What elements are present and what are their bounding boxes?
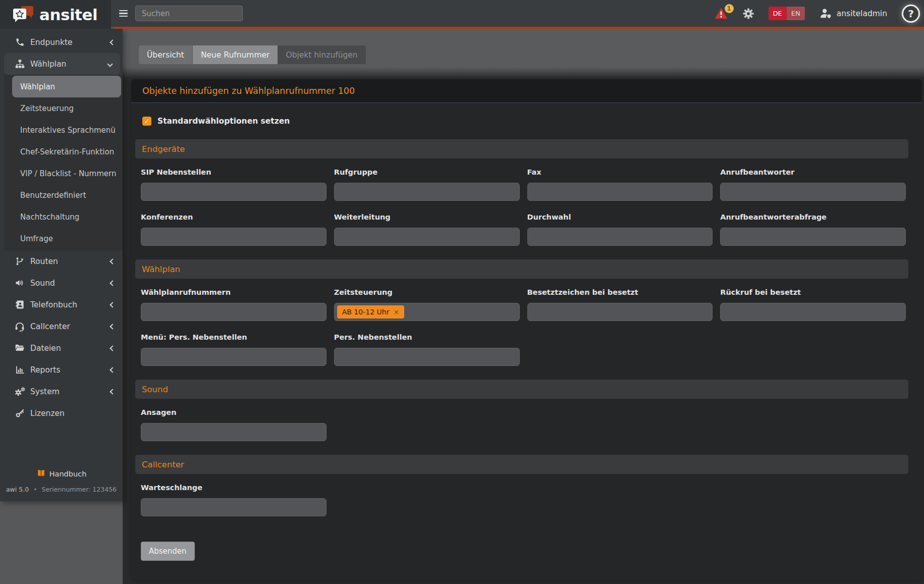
form-card: Objekte hinzufügen zu Wählplanrufnummer … — [131, 79, 922, 580]
sidebar-item-sound[interactable]: Sound — [0, 272, 123, 294]
sip-nebenstellen-input[interactable] — [141, 183, 327, 201]
field-ansagen: Ansagen — [141, 408, 327, 441]
alert-count-badge: 1 — [725, 4, 734, 13]
lang-de-button[interactable]: DE — [769, 7, 787, 20]
tab-objekt-hinzufuegen[interactable]: Objekt hinzufügen — [278, 45, 365, 64]
callcenter-fields: Warteschlange — [141, 484, 906, 516]
zeitsteuerung-input[interactable]: AB 10-12 Uhr × — [334, 303, 520, 321]
lang-en-button[interactable]: EN — [787, 7, 805, 20]
book-icon — [36, 469, 46, 478]
section-header-waehlplan: Wählplan — [135, 259, 908, 279]
code-branch-icon — [14, 256, 26, 266]
username-label: ansiteladmin — [837, 9, 887, 18]
checkbox-checked-icon[interactable]: ✓ — [142, 117, 151, 126]
headset-icon — [14, 322, 26, 332]
submenu-item-zeitsteuerung[interactable]: Zeitsteuerung — [4, 97, 123, 119]
alerts-button[interactable]: 1 — [715, 8, 728, 20]
field-warteschlange: Warteschlange — [141, 484, 327, 516]
field-waehlplanrufnummern: Wählplanrufnummern — [141, 288, 327, 321]
user-menu[interactable]: ansiteladmin — [820, 8, 887, 19]
submenu-item-waehlplan[interactable]: Wählplan — [12, 76, 121, 97]
main-content: Übersicht Neue Rufnummer Objekt hinzufüg… — [123, 29, 924, 584]
sitemap-icon — [14, 59, 26, 69]
konferenzen-input[interactable] — [141, 228, 327, 246]
field-besetztzeichen-bei-besetzt: Besetztzeichen bei besetzt — [527, 288, 713, 321]
sidebar-submenu-waehlplan: Wählplan Zeitsteuerung Interaktives Spra… — [4, 75, 123, 250]
field-weiterleitung: Weiterleitung — [334, 213, 520, 246]
field-durchwahl: Durchwahl — [527, 213, 713, 246]
version-info: awi 5.0 • Seriennummer: 123456 — [0, 486, 123, 493]
field-menue-pers-nebenstellen: Menü: Pers. Nebenstellen — [141, 333, 327, 366]
remove-tag-icon[interactable]: × — [393, 308, 399, 316]
gear-icon[interactable] — [743, 8, 754, 19]
sidebar-item-routen[interactable]: Routen — [0, 250, 123, 272]
submenu-item-nachtschaltung[interactable]: Nachtschaltung — [4, 206, 123, 228]
folder-open-icon — [14, 343, 26, 353]
submenu-item-chef-sekretaerin-funktion[interactable]: Chef-Sekretärin-Funktion — [4, 141, 123, 163]
tab-bar: Übersicht Neue Rufnummer Objekt hinzufüg… — [139, 45, 366, 64]
manual-link[interactable]: Handbuch — [36, 469, 87, 478]
chart-bar-icon — [14, 365, 26, 375]
field-fax: Fax — [527, 168, 713, 201]
fax-input[interactable] — [527, 183, 713, 201]
endgeraete-fields: SIP Nebenstellen Rufgruppe Fax Anrufbean… — [141, 168, 906, 246]
sidebar-item-telefonbuch[interactable]: Telefonbuch — [0, 294, 123, 315]
submenu-item-benutzerdefiniert[interactable]: Benutzerdefiniert — [4, 184, 123, 206]
pers-nebenstellen-input[interactable] — [334, 348, 520, 366]
topbar-right: 1 — [715, 5, 924, 23]
sidebar-item-dateien[interactable]: Dateien — [0, 337, 123, 359]
chevron-left-icon — [110, 389, 115, 394]
star-icon — [16, 10, 24, 18]
menue-pers-nebenstellen-input[interactable] — [141, 348, 327, 366]
field-sip-nebenstellen: SIP Nebenstellen — [141, 168, 327, 201]
section-header-endgeraete: Endgeräte — [135, 139, 908, 158]
submenu-item-interaktives-sprachmenue[interactable]: Interaktives Sprachmenü — [4, 119, 123, 141]
key-icon — [14, 408, 26, 418]
selected-option-tag: AB 10-12 Uhr × — [337, 305, 404, 318]
durchwahl-input[interactable] — [527, 228, 713, 246]
warteschlange-input[interactable] — [141, 498, 327, 516]
chevron-down-icon — [107, 61, 113, 67]
app-logo[interactable]: ansitel — [0, 0, 111, 29]
gears-icon — [14, 387, 26, 397]
address-book-icon — [14, 300, 26, 309]
sidebar-item-system[interactable]: System — [0, 381, 123, 402]
submit-button[interactable]: Absenden — [141, 542, 195, 561]
field-rueckruf-bei-besetzt: Rückruf bei besetzt — [720, 288, 906, 321]
sidebar-item-reports[interactable]: Reports — [0, 359, 123, 381]
default-options-row: ✓ Standardwähloptionen setzen — [142, 117, 908, 126]
sidebar-item-callcenter[interactable]: Callcenter — [0, 315, 123, 337]
help-icon[interactable]: ? — [902, 5, 920, 23]
logo-speech-bubbles-icon — [13, 6, 34, 24]
sidebar-nav: Endpunkte Wählplan Wählplan Zeitsteuerun… — [0, 29, 123, 424]
rufgruppe-input[interactable] — [334, 183, 520, 201]
chevron-left-icon — [110, 345, 115, 351]
submenu-item-vip-blacklist-nummern[interactable]: VIP / Blacklist - Nummern — [4, 163, 123, 184]
submenu-item-umfrage[interactable]: Umfrage — [4, 228, 123, 249]
sidebar-item-waehlplan-group[interactable]: Wählplan — [4, 53, 120, 75]
field-anrufbeantworter: Anrufbeantworter — [720, 168, 906, 201]
anrufbeantworter-input[interactable] — [720, 183, 906, 201]
manual-label: Handbuch — [49, 470, 87, 478]
section-header-callcenter: Callcenter — [135, 455, 908, 474]
weiterleitung-input[interactable] — [334, 228, 520, 246]
search-input[interactable] — [135, 6, 243, 21]
hamburger-menu-icon[interactable] — [119, 10, 128, 17]
sidebar-item-lizenzen[interactable]: Lizenzen — [0, 402, 123, 424]
brand-name: ansitel — [39, 6, 97, 24]
sidebar-footer: Handbuch awi 5.0 • Seriennummer: 123456 — [0, 469, 123, 501]
rueckruf-input[interactable] — [720, 303, 906, 321]
tab-uebersicht[interactable]: Übersicht — [139, 45, 193, 64]
tab-neue-rufnummer[interactable]: Neue Rufnummer — [193, 45, 278, 64]
language-switcher: DE EN — [769, 7, 805, 20]
app-screen: 1 — [0, 0, 924, 584]
dot-separator: • — [33, 486, 37, 493]
field-anrufbeantworterabfrage: Anrufbeantworterabfrage — [720, 213, 906, 246]
ansagen-input[interactable] — [141, 423, 327, 441]
chevron-left-icon — [110, 39, 115, 45]
anrufbeantworterabfrage-input[interactable] — [720, 228, 906, 246]
sound-fields: Ansagen — [141, 408, 906, 441]
waehlplanrufnummern-input[interactable] — [141, 303, 327, 321]
sidebar-item-endpunkte[interactable]: Endpunkte — [0, 31, 123, 53]
besetztzeichen-input[interactable] — [527, 303, 713, 321]
